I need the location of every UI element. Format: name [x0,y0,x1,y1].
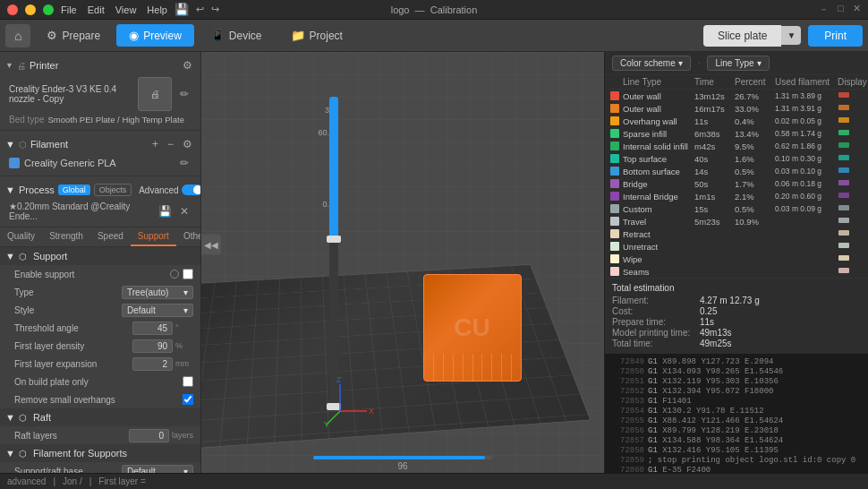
menu-edit[interactable]: Edit [88,4,105,15]
raft-group-header[interactable]: ▼ ⬡ Raft [0,408,200,426]
remove-small-overhangs-checkbox[interactable] [183,394,193,405]
total-time-value: 49m25s [700,339,732,348]
slice-button-group: Slice plate ▼ [703,25,801,47]
support-line [511,354,512,381]
tab-project-label: Project [310,30,343,42]
color-scheme-button[interactable]: Color scheme ▾ [612,56,691,71]
filament-name: Creality Generic PLA [24,158,173,168]
total-prepare-label: Prepare time: [612,317,693,327]
tab-strength[interactable]: Strength [42,227,90,246]
tab-others[interactable]: Others [176,227,201,246]
filament-add-icon[interactable]: + [149,137,161,151]
total-cost-label: Cost: [612,306,693,316]
printer-settings-icon[interactable]: ⚙ [180,58,195,73]
profile-save-icon[interactable]: 💾 [156,204,174,219]
window-icon[interactable]: － [819,3,829,16]
first-layer-expansion-value[interactable]: 2 [132,357,173,371]
raft-layers-unit: layers [172,431,193,440]
on-build-plate-checkbox[interactable] [183,376,193,387]
status-separator2: | [89,476,92,486]
maximize-button[interactable] [43,4,54,15]
project-icon: 📁 [291,29,305,42]
tab-project[interactable]: 📁 Project [278,24,355,47]
device-icon: 📱 [210,29,225,42]
line-type-row: Internal Bridge 1m1s 2.1% 0.20 m 0.60 g [605,190,868,202]
tab-support[interactable]: Support [131,227,176,246]
window-icon3[interactable]: ✕ [853,3,861,16]
home-button[interactable]: ⌂ [5,24,30,47]
svg-rect-18 [838,243,849,248]
line-type-header: Line Type Time Percent Used filament Dis… [605,75,868,90]
3d-viewport[interactable]: X Z Y 300 60.00 0.20 96 [201,52,604,489]
process-chevron[interactable]: ▼ [5,184,15,195]
total-cost-value: 0.25 [700,306,717,316]
filament-edit-icon[interactable]: ✏ [177,156,191,170]
line-type-row: Retract [605,227,868,240]
slice-plate-button[interactable]: Slice plate [703,25,781,47]
printer-edit-icon[interactable]: ✏ [177,87,191,101]
first-layer-expansion-unit: mm [175,359,193,368]
toggle-knob [193,185,201,194]
tab-device[interactable]: 📱 Device [198,24,275,47]
setting-first-layer-expansion: First layer expansion 2 mm [0,355,200,373]
tab-prepare[interactable]: ⚙ Prepare [34,24,113,47]
filament-supports-header[interactable]: ▼ ⬡ Filament for Supports [0,444,200,462]
first-layer-expansion-input: 2 mm [132,357,193,371]
window-icon2[interactable]: □ [838,3,844,16]
line-type-chevron: ▾ [757,58,762,68]
filament-remove-icon[interactable]: − [165,137,176,151]
redo-icon[interactable]: ↪ [211,4,219,15]
raft-layers-value[interactable]: 0 [129,429,169,442]
enable-support-circle[interactable] [170,270,179,279]
left-panel-collapse[interactable]: ◀◀ [201,235,221,255]
menu-view[interactable]: View [115,4,137,15]
enable-support-checkbox[interactable] [183,269,193,279]
close-button[interactable] [7,4,18,15]
style-dropdown[interactable]: Default▾ [122,304,193,317]
threshold-input-group: 45 ° [132,322,193,335]
objects-button[interactable]: Objects [94,184,132,196]
line-type-button[interactable]: Line Type ▾ [707,56,769,71]
printer-chevron[interactable]: ▼ [5,61,13,70]
save-icon[interactable]: 💾 [174,3,189,16]
print-object[interactable] [423,274,522,382]
tab-speed[interactable]: Speed [90,227,131,246]
support-group-header[interactable]: ▼ ⬡ Support [0,247,200,265]
window-title: logo — Calibration [391,4,478,15]
layer-slider-handle-top[interactable] [327,236,341,243]
gcode-line: 72856G1 X89.799 Y128.219 E.23018 [610,425,863,435]
advanced-switch[interactable] [182,184,201,195]
setting-enable-support: Enable support [0,265,200,283]
svg-rect-9 [838,130,849,135]
menu-help[interactable]: Help [147,4,167,15]
filament-chevron[interactable]: ▼ [5,139,15,150]
raft-group-chevron: ▼ [5,412,15,423]
global-button[interactable]: Global [58,184,90,195]
support-line [443,354,444,381]
progress-bar-fill [313,456,485,459]
status-text-advanced: advanced [7,476,46,486]
profile-close-icon[interactable]: ✕ [177,204,191,219]
threshold-value[interactable]: 45 [132,322,173,335]
support-line [481,354,482,381]
line-type-row: Sparse infill 6m38s 13.4% 0.58 m 1.74 g [605,127,868,140]
type-dropdown[interactable]: Tree(auto)▾ [122,286,193,299]
gcode-line: 72850G1 X134.093 Y98.265 E1.54546 [610,366,863,376]
print-button[interactable]: Print [808,25,863,47]
tab-preview[interactable]: ◉ Preview [116,24,194,47]
remove-small-overhangs-label: Remove small overhangs [14,395,179,405]
minimize-button[interactable] [25,4,36,15]
first-layer-density-value[interactable]: 90 [132,339,173,353]
filament-color-swatch[interactable] [9,158,20,168]
filament-icon: ⬡ [19,140,27,150]
undo-icon[interactable]: ↩ [196,4,204,15]
tab-preview-label: Preview [143,30,182,42]
tab-quality[interactable]: Quality [0,227,42,246]
filament-settings-icon[interactable]: ⚙ [180,137,195,151]
slice-dropdown[interactable]: ▼ [781,26,801,45]
advanced-toggle[interactable]: Advanced [139,184,201,195]
printer-thumbnail: 🖨 [138,77,172,111]
menu-file[interactable]: File [61,4,77,15]
total-time-row: Total time: 49m25s [612,339,861,348]
layer-slider-track[interactable] [329,97,338,410]
